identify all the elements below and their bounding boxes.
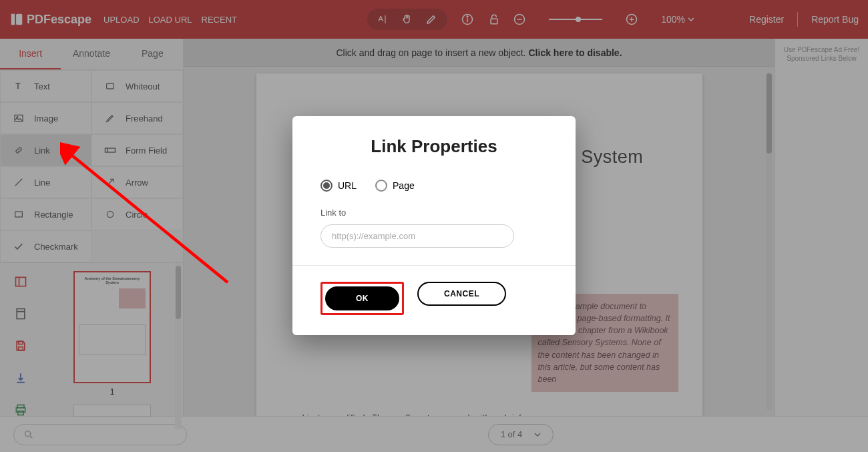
cancel-button[interactable]: CANCEL [417,282,506,306]
radio-icon-unselected [375,180,387,192]
radio-url[interactable]: URL [320,180,357,192]
radio-label: Page [393,180,415,191]
radio-label: URL [338,180,357,191]
url-input[interactable] [320,224,514,248]
modal-title: Link Properties [320,136,548,157]
ok-button[interactable]: OK [325,286,399,310]
linkto-label: Link to [320,208,548,218]
link-properties-dialog: Link Properties URL Page Link to OK CANC… [292,116,576,335]
modal-footer: OK CANCEL [292,265,576,335]
modal-backdrop: Link Properties URL Page Link to OK CANC… [0,0,868,452]
radio-icon-selected [320,180,333,192]
radio-group: URL Page [320,180,548,192]
radio-page[interactable]: Page [375,180,415,192]
ok-button-highlight: OK [320,282,404,315]
